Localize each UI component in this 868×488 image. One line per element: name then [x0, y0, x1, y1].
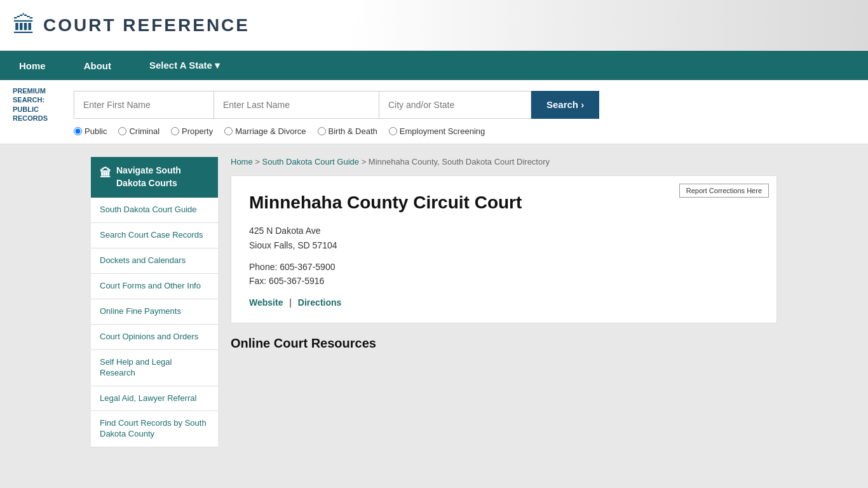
court-contact: Phone: 605-367-5900 Fax: 605-367-5916 — [249, 260, 759, 288]
breadcrumb: Home > South Dakota Court Guide > Minneh… — [231, 157, 777, 166]
sidebar-item-search-case-records[interactable]: Search Court Case Records — [91, 223, 218, 248]
court-address: 425 N Dakota Ave Sioux Falls, SD 57104 — [249, 224, 759, 252]
sidebar-header-text: Navigate South Dakota Courts — [116, 165, 209, 189]
court-address-line2: Sioux Falls, SD 57104 — [249, 240, 337, 250]
sidebar-item-self-help[interactable]: Self Help and Legal Research — [91, 350, 218, 386]
main-content: 🏛 Navigate South Dakota Courts South Dak… — [85, 144, 783, 460]
court-links: Website | Directions — [249, 297, 759, 308]
breadcrumb-guide[interactable]: South Dakota Court Guide — [262, 157, 359, 166]
logo-area: 🏛 COURT REFERENCE — [13, 12, 250, 39]
link-separator: | — [289, 297, 292, 308]
last-name-input[interactable] — [214, 91, 379, 119]
nav-about[interactable]: About — [65, 51, 130, 80]
premium-label: PREMIUM SEARCH: PUBLIC RECORDS — [13, 86, 64, 123]
sidebar-item-legal-aid[interactable]: Legal Aid, Lawyer Referral — [91, 386, 218, 412]
sidebar: 🏛 Navigate South Dakota Courts South Dak… — [91, 157, 218, 447]
search-bar: PREMIUM SEARCH: PUBLIC RECORDS Search › … — [0, 80, 868, 144]
header-background — [347, 0, 868, 50]
website-link[interactable]: Website — [249, 297, 283, 308]
court-fax: Fax: 605-367-5916 — [249, 276, 324, 286]
radio-birth-death[interactable]: Birth & Death — [318, 126, 377, 136]
directions-link[interactable]: Directions — [298, 297, 341, 308]
sidebar-item-dockets-calendars[interactable]: Dockets and Calendars — [91, 248, 218, 274]
court-card: Report Corrections Here Minnehaha County… — [231, 175, 777, 323]
content-area: Home > South Dakota Court Guide > Minneh… — [231, 157, 777, 447]
sidebar-item-find-by-county[interactable]: Find Court Records by South Dakota Count… — [91, 411, 218, 447]
radio-options-row: Public Criminal Property Marriage & Divo… — [13, 123, 855, 137]
courthouse-icon: 🏛 — [100, 166, 111, 182]
court-phone: Phone: 605-367-5900 — [249, 262, 335, 272]
radio-marriage-divorce[interactable]: Marriage & Divorce — [224, 126, 306, 136]
nav-home[interactable]: Home — [0, 51, 65, 80]
sidebar-header: 🏛 Navigate South Dakota Courts — [91, 157, 218, 198]
sidebar-item-sd-court-guide[interactable]: South Dakota Court Guide — [91, 198, 218, 223]
main-navbar: Home About Select A State ▾ — [0, 51, 868, 80]
site-header: 🏛 COURT REFERENCE — [0, 0, 868, 51]
radio-public[interactable]: Public — [74, 126, 107, 136]
sidebar-item-court-opinions[interactable]: Court Opinions and Orders — [91, 325, 218, 350]
sidebar-item-court-forms[interactable]: Court Forms and Other Info — [91, 274, 218, 299]
search-inputs: Search › — [74, 91, 855, 119]
breadcrumb-home[interactable]: Home — [231, 157, 253, 166]
first-name-input[interactable] — [74, 91, 214, 119]
city-state-input[interactable] — [379, 91, 531, 119]
online-resources-title: Online Court Resources — [231, 336, 777, 351]
radio-property[interactable]: Property — [171, 126, 213, 136]
court-logo-icon: 🏛 — [13, 12, 36, 39]
radio-criminal[interactable]: Criminal — [118, 126, 159, 136]
site-title: COURT REFERENCE — [43, 15, 250, 36]
search-button[interactable]: Search › — [531, 91, 599, 119]
court-address-line1: 425 N Dakota Ave — [249, 226, 321, 236]
breadcrumb-current: Minnehaha County, South Dakota Court Dir… — [369, 157, 550, 166]
sidebar-item-online-fine-payments[interactable]: Online Fine Payments — [91, 299, 218, 325]
nav-select-state[interactable]: Select A State ▾ — [130, 51, 239, 80]
report-corrections-button[interactable]: Report Corrections Here — [679, 184, 769, 198]
radio-employment-screening[interactable]: Employment Screening — [389, 126, 485, 136]
